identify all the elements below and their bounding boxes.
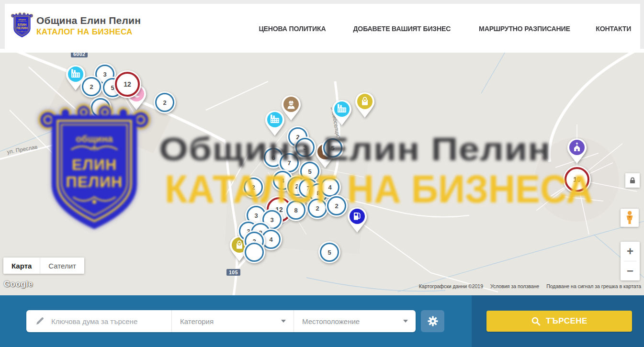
municipality-crest-logo[interactable]: община ЕЛИН ПЕЛИН [11,12,34,39]
pegman-icon [624,211,635,225]
header: община ЕЛИН ПЕЛИН Община Елин Пелин КАТА… [0,0,644,53]
svg-text:община: община [18,18,26,21]
cluster-marker[interactable]: 5 [322,137,344,159]
street-view-pegman-button[interactable] [621,209,639,227]
cluster-marker[interactable]: 2 [154,91,176,113]
cluster-count: 10 [565,167,589,192]
cluster-count: 2 [155,93,174,112]
map-type-satellite-button[interactable]: Сателит [40,257,84,274]
road-number-badge: 6002 [71,53,88,57]
cluster-marker[interactable] [243,241,265,263]
map-type-map-button[interactable]: Карта [3,257,40,274]
church-pin-marker[interactable] [566,137,588,165]
pencil-icon [35,316,45,326]
cluster-count: 5 [320,243,339,262]
worker-pin-marker[interactable] [280,94,302,122]
cluster-marker[interactable]: 8 [285,199,307,221]
search-button-label: ТЪРСЕНЕ [546,316,588,326]
crest-graphic: община ЕЛИН ПЕЛИН [11,12,34,38]
nav-pricing-policy[interactable]: ЦЕНОВА ПОЛИТИКА [259,24,326,33]
zoom-out-button[interactable]: − [621,261,640,280]
search-box: Категория Местоположение [26,310,416,332]
svg-text:ПЕЛИН: ПЕЛИН [16,26,28,30]
cluster-marker[interactable]: 5 [318,241,340,263]
category-select[interactable]: Категория [172,310,294,332]
map-copyright: Картографски данни ©2019 [419,283,483,289]
keyword-search-input[interactable] [50,317,171,326]
bag-pin-marker[interactable] [354,91,376,119]
nav-contacts[interactable]: КОНТАКТИ [596,24,632,33]
cluster-count: 4 [320,178,339,197]
cluster-marker[interactable] [90,97,112,119]
cluster-count: 2 [327,196,346,215]
header-card: община ЕЛИН ПЕЛИН Община Елин Пелин КАТА… [5,4,640,53]
main-nav: ЦЕНОВА ПОЛИТИКА ДОБАВЕТЕ ВАШИЯТ БИЗНЕС М… [257,4,633,53]
cluster-count: 2 [244,178,263,197]
zoom-control: + − [621,242,640,280]
cluster-marker[interactable]: 10 [563,166,591,193]
cluster-count: 2 [308,199,327,218]
advanced-settings-button[interactable] [421,310,444,332]
location-select[interactable]: Местоположение [294,310,416,332]
category-select-label: Категория [172,317,214,325]
cluster-count: 8 [286,201,305,220]
search-button[interactable]: ТЪРСЕНЕ [486,311,632,332]
fullscreen-lock-button[interactable] [625,173,640,188]
factory-pin-marker[interactable] [331,99,353,127]
terms-link[interactable]: Условия за ползване [490,283,539,289]
chevron-down-icon [281,320,286,323]
location-select-label: Местоположение [294,317,360,325]
header-bottom-strip [0,49,644,53]
cluster-count [245,243,264,262]
cluster-marker[interactable]: 2 [306,197,328,219]
cluster-marker[interactable]: 2 [326,195,348,217]
keyword-section [26,310,171,332]
road-number-badge: 105 [226,269,240,276]
cluster-count: 2 [82,77,101,96]
map-attribution: Картографски данни ©2019 Условия за полз… [419,283,641,289]
fuel-pin-marker[interactable] [346,206,368,234]
chevron-down-icon [403,320,408,323]
search-icon [531,316,541,326]
cluster-count: 3 [295,138,315,157]
map-type-control: Карта Сателит [3,257,84,274]
site-title: Община Елин Пелин [36,15,141,25]
cluster-count: 5 [323,138,342,157]
report-error-link[interactable]: Подаване на сигнал за грешка в картата [546,283,641,289]
google-logo[interactable]: Google [4,280,33,289]
search-bar: Категория Местоположение ТЪРСЕНЕ [0,295,644,347]
svg-text:ЕЛИН: ЕЛИН [18,23,27,26]
google-map[interactable]: 325122235675427842221283338435106002105у… [0,53,644,295]
nav-add-your-business[interactable]: ДОБАВЕТЕ ВАШИЯТ БИЗНЕС [353,24,451,33]
cluster-count: 12 [115,72,140,97]
zoom-in-button[interactable]: + [621,242,640,261]
cluster-marker[interactable]: 2 [80,76,102,98]
site-subtitle: КАТАЛОГ НА БИЗНЕСА [36,28,141,36]
cluster-marker[interactable]: 2 [242,176,264,198]
lock-icon [629,177,636,184]
cluster-marker[interactable]: 12 [113,70,141,98]
gear-icon [427,315,439,327]
nav-route-schedule[interactable]: МАРШРУТНО РАЗПИСАНИЕ [479,24,570,33]
brand: Община Елин Пелин КАТАЛОГ НА БИЗНЕСА [36,15,141,36]
cluster-count [91,98,110,117]
